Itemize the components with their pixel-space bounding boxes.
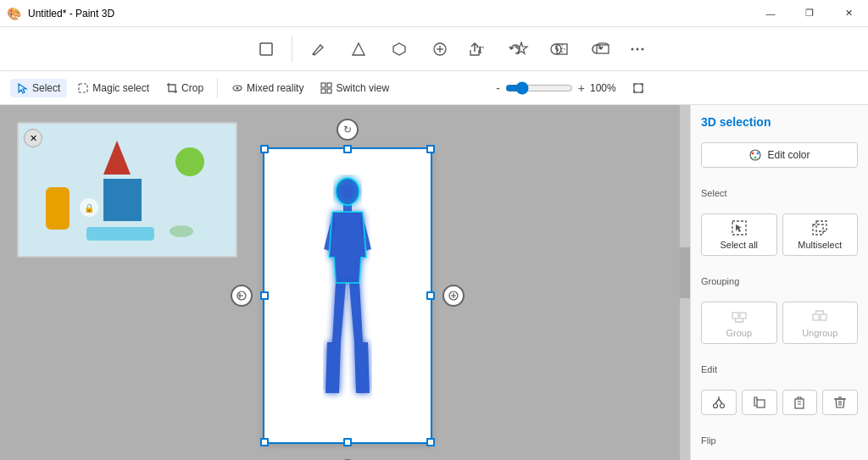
zoom-out-icon[interactable]: -	[496, 81, 500, 95]
cylinder-object	[46, 187, 70, 230]
svg-marker-2	[353, 43, 364, 55]
canvas-area[interactable]: ✕ 🔒	[0, 105, 690, 460]
toolbar-right	[456, 30, 656, 68]
copy-button[interactable]	[742, 390, 777, 415]
share-icon	[467, 42, 482, 57]
toolbar-more[interactable]	[619, 30, 656, 68]
zoom-slider[interactable]	[505, 81, 573, 95]
lock-badge: 🔒	[80, 198, 98, 217]
group-button[interactable]: Group	[701, 302, 777, 344]
close-button[interactable]: ✕	[829, 0, 868, 27]
edit-color-button[interactable]: Edit color	[701, 142, 858, 168]
select-buttons: Select all Multiselect	[701, 213, 858, 256]
svg-point-35	[752, 152, 754, 155]
group-buttons: Group Ungroup	[701, 302, 858, 344]
cone-object	[103, 141, 131, 175]
switch-view-icon	[320, 82, 332, 94]
svg-point-20	[642, 47, 644, 50]
edit-section-label: Edit	[701, 364, 858, 374]
select-button[interactable]: Select	[10, 79, 67, 97]
more-icon	[630, 46, 645, 53]
magic-select-button[interactable]: Magic select	[70, 79, 156, 97]
svg-rect-40	[816, 221, 826, 231]
svg-point-46	[720, 404, 724, 408]
stickers-icon	[432, 42, 448, 57]
svg-point-37	[754, 157, 757, 159]
svg-line-48	[719, 399, 722, 404]
main-drawing-canvas[interactable]	[263, 147, 432, 444]
svg-rect-0	[260, 43, 272, 55]
zoom-percent: 100%	[590, 82, 620, 94]
canvas-scrollbar[interactable]	[680, 105, 690, 460]
svg-rect-50	[757, 400, 765, 407]
toolbar-share[interactable]	[456, 30, 493, 68]
svg-point-33	[449, 291, 458, 300]
crop-button[interactable]: Crop	[159, 79, 210, 97]
mixed-reality-button[interactable]: Mixed reality	[225, 79, 310, 97]
toolbar-undo[interactable]	[497, 30, 534, 68]
toolbar-stickers[interactable]	[421, 30, 459, 68]
toolbar-3d[interactable]	[381, 30, 418, 68]
group-icon	[731, 308, 748, 324]
titlebar-controls: — ❐ ✕	[751, 0, 868, 27]
copy-icon	[753, 396, 766, 409]
toolbar-sep1	[292, 36, 292, 63]
palette-icon	[748, 148, 762, 162]
brush-icon	[310, 42, 326, 57]
main-toolbar: T	[0, 27, 868, 71]
delete-button[interactable]	[822, 390, 858, 415]
figure-svg	[314, 173, 381, 410]
multiselect-icon	[811, 219, 828, 236]
svg-line-47	[715, 399, 719, 404]
select-all-button[interactable]: Select all	[701, 213, 777, 256]
preview-scene: 🔒	[19, 124, 236, 256]
toolbar-shapes[interactable]	[340, 30, 377, 68]
svg-rect-25	[327, 83, 331, 87]
minimize-button[interactable]: —	[751, 0, 790, 27]
actionbar: Select Magic select Crop Mixed reality S…	[0, 71, 868, 105]
multiselect-button[interactable]: Multiselect	[782, 213, 859, 256]
close-preview-button[interactable]: ✕	[24, 129, 42, 147]
main-content: ✕ 🔒	[0, 105, 868, 460]
toolbar-redo[interactable]	[578, 30, 615, 68]
svg-point-19	[637, 47, 639, 50]
cut-button[interactable]	[701, 390, 737, 415]
grouping-section-label: Grouping	[701, 276, 858, 286]
toolbar-brush[interactable]	[299, 30, 337, 68]
ungroup-button[interactable]: Ungroup	[782, 302, 859, 344]
zoom-in-icon[interactable]: +	[578, 81, 585, 95]
paste-button[interactable]	[782, 390, 818, 415]
rotate-handle-top[interactable]: ↻	[337, 119, 359, 141]
svg-point-18	[632, 47, 634, 50]
shadow-object	[170, 225, 193, 237]
toolbar-history[interactable]	[537, 30, 575, 68]
svg-rect-21	[79, 84, 87, 92]
redo-icon	[589, 42, 604, 57]
restore-button[interactable]: ❐	[790, 0, 829, 27]
svg-rect-24	[321, 83, 326, 87]
transform-handle-right[interactable]	[442, 285, 465, 307]
ungroup-icon	[811, 308, 828, 324]
select-icon	[17, 82, 29, 94]
cut-icon	[712, 396, 726, 409]
3d-figure	[314, 173, 381, 410]
canvas-scrollbar-thumb[interactable]	[680, 247, 690, 298]
switch-view-button[interactable]: Switch view	[314, 79, 396, 97]
history-icon	[548, 42, 564, 57]
select-section-label: Select	[701, 188, 858, 198]
base-object	[86, 227, 154, 241]
transform-handle-left[interactable]	[231, 285, 253, 307]
fit-icon	[632, 82, 644, 94]
svg-rect-26	[321, 89, 326, 93]
svg-point-36	[757, 152, 760, 155]
preview-thumbnail: ✕ 🔒	[17, 122, 237, 258]
undo-icon	[508, 42, 523, 57]
svg-point-45	[713, 404, 717, 408]
fit-to-window-button[interactable]	[626, 79, 651, 97]
panel-title: 3D selection	[701, 115, 858, 129]
sphere-object	[175, 147, 204, 176]
svg-rect-41	[732, 313, 738, 319]
3d-icon	[392, 42, 407, 57]
toolbar-new[interactable]	[248, 30, 285, 68]
svg-marker-3	[393, 43, 405, 55]
